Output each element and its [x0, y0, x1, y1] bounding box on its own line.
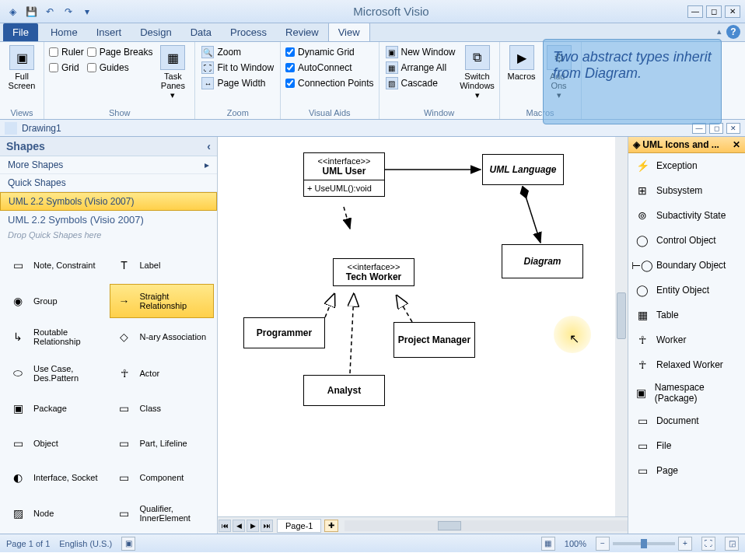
tab-design[interactable]: Design	[131, 23, 180, 41]
app-title: Microsoft Visio	[95, 5, 687, 18]
shape-label[interactable]: TLabel	[110, 249, 215, 282]
shape-routable-relationship[interactable]: ↳Routable Relationship	[3, 320, 108, 355]
ruler-checkbox[interactable]: Ruler	[49, 47, 84, 58]
shape-part-lifeline[interactable]: ▭Part, Lifeline	[110, 427, 215, 460]
view-mode-icon[interactable]: ▦	[541, 537, 555, 551]
shape-group[interactable]: ◉Group	[3, 284, 108, 319]
box-tech-worker[interactable]: <<interface>> Tech Worker	[333, 258, 414, 286]
shape-class[interactable]: ▭Class	[110, 392, 215, 425]
page-first-button[interactable]: ⏮	[219, 520, 231, 532]
pan-zoom-icon[interactable]: ◲	[725, 537, 739, 551]
zoom-thumb[interactable]	[641, 539, 647, 548]
icon-item-file[interactable]: ▭File	[628, 433, 745, 458]
arrange-all-button[interactable]: ▦Arrange All	[384, 61, 457, 75]
page-breaks-checkbox[interactable]: Page Breaks	[87, 47, 153, 58]
page-last-button[interactable]: ⏭	[261, 520, 273, 532]
cascade-button[interactable]: ▧Cascade	[384, 76, 457, 90]
page-width-button[interactable]: ↔Page Width	[200, 76, 275, 90]
shape-package[interactable]: ▣Package	[3, 392, 108, 425]
fit-window-button[interactable]: ⛶Fit to Window	[200, 61, 275, 75]
macros-button[interactable]: ▶ Macros	[505, 44, 539, 82]
close-button[interactable]: ✕	[725, 5, 740, 18]
zoom-level[interactable]: 100%	[565, 539, 586, 548]
shape-interface-socket[interactable]: ◐Interface, Socket	[3, 461, 108, 495]
canvas-vscroll[interactable]	[615, 137, 628, 516]
icon-item-namespace-package-[interactable]: ▣Namespace (Package)	[628, 377, 745, 408]
hscroll-thumb[interactable]	[438, 521, 461, 530]
vscroll-thumb[interactable]	[617, 292, 626, 339]
save-icon[interactable]: 💾	[23, 4, 39, 19]
box-uml-user[interactable]: <<interface>> UML User + UseUML():void	[303, 152, 385, 197]
shape-n-ary-association[interactable]: ◇N-ary Association	[110, 320, 215, 355]
icon-item-document[interactable]: ▭Document	[628, 408, 745, 433]
fit-page-icon[interactable]: ⛶	[701, 537, 715, 551]
connection-points-checkbox[interactable]: Connection Points	[285, 78, 373, 89]
page-next-button[interactable]: ▶	[247, 520, 259, 532]
box-project-manager[interactable]: Project Manager	[393, 322, 475, 358]
shape-object[interactable]: ▭Object	[3, 427, 108, 460]
guides-checkbox[interactable]: Guides	[87, 62, 153, 73]
panel-close-icon[interactable]: ✕	[733, 139, 740, 150]
tab-process[interactable]: Process	[221, 23, 276, 41]
icon-item-subactivity-state[interactable]: ⊚Subactivity State	[628, 203, 745, 228]
icon-item-subsystem[interactable]: ⊞Subsystem	[628, 178, 745, 203]
box-uml-language[interactable]: UML Language	[482, 154, 564, 185]
record-macro-icon[interactable]: ▣	[121, 537, 135, 551]
qat-dropdown-icon[interactable]: ▾	[79, 4, 95, 19]
quick-shapes-item[interactable]: Quick Shapes	[0, 174, 217, 192]
visio-icon[interactable]: ◈	[5, 4, 20, 19]
full-screen-button[interactable]: ▣ Full Screen	[5, 44, 39, 92]
shape-note-constraint[interactable]: ▭Note, Constraint	[3, 249, 108, 282]
shapes-collapse-icon[interactable]: ‹	[207, 140, 211, 152]
switch-windows-button[interactable]: ⧉ Switch Windows▾	[460, 44, 495, 102]
canvas-hscroll[interactable]	[345, 520, 628, 531]
zoom-slider[interactable]	[613, 542, 675, 545]
zoom-in-button[interactable]: +	[678, 537, 692, 551]
doc-close-button[interactable]: ✕	[726, 123, 740, 134]
icon-item-relaxed-worker[interactable]: ☥Relaxed Worker	[628, 352, 745, 377]
icon-item-boundary-object[interactable]: ⊢◯Boundary Object	[628, 253, 745, 278]
tab-data[interactable]: Data	[181, 23, 221, 41]
shape-qualifier-innerelement[interactable]: ▭Qualifier, InnerElement	[110, 496, 215, 531]
icon-item-worker[interactable]: ☥Worker	[628, 327, 745, 352]
box-diagram[interactable]: Diagram	[502, 244, 583, 278]
stencil-uml-symbols[interactable]: UML 2.2 Symbols (Visio 2007)	[0, 192, 217, 211]
maximize-button[interactable]: ◻	[706, 5, 722, 18]
shape-component[interactable]: ▭Component	[110, 461, 215, 495]
shape-node[interactable]: ▨Node	[3, 496, 108, 531]
tab-home[interactable]: Home	[41, 23, 87, 41]
zoom-button[interactable]: 🔍Zoom	[200, 45, 275, 59]
dynamic-grid-checkbox[interactable]: Dynamic Grid	[285, 47, 373, 58]
drawing-canvas[interactable]: <<interface>> UML User + UseUML():void U…	[218, 137, 615, 516]
page-prev-button[interactable]: ◀	[233, 520, 245, 532]
task-panes-button[interactable]: ▦ Task Panes▾	[156, 44, 190, 102]
shape-straight-relationship[interactable]: →Straight Relationship	[110, 284, 215, 319]
ribbon-toggle-icon[interactable]: ▴	[717, 26, 722, 37]
tab-file[interactable]: File	[3, 23, 38, 41]
icon-item-page[interactable]: ▭Page	[628, 458, 745, 483]
tab-view[interactable]: View	[328, 23, 370, 41]
more-shapes-item[interactable]: More Shapes▸	[0, 156, 217, 174]
shape-use-case-des-pattern[interactable]: ⬭Use Case, Des.Pattern	[3, 356, 108, 391]
zoom-out-button[interactable]: −	[596, 537, 610, 551]
group-views-label: Views	[5, 107, 39, 119]
page-tab-1[interactable]: Page-1	[277, 519, 321, 533]
shape-actor[interactable]: ☥Actor	[110, 356, 215, 391]
tab-review[interactable]: Review	[276, 23, 328, 41]
undo-icon[interactable]: ↶	[42, 4, 58, 19]
box-analyst[interactable]: Analyst	[303, 375, 385, 406]
minimize-button[interactable]: —	[687, 5, 703, 18]
icon-item-control-object[interactable]: ◯Control Object	[628, 228, 745, 253]
autoconnect-checkbox[interactable]: AutoConnect	[285, 62, 373, 73]
status-lang[interactable]: English (U.S.)	[59, 539, 112, 548]
box-programmer[interactable]: Programmer	[243, 317, 325, 348]
help-icon[interactable]: ?	[726, 25, 740, 39]
add-page-button[interactable]: ✚	[324, 520, 338, 532]
icon-item-exception[interactable]: ⚡Exception	[628, 153, 745, 178]
grid-checkbox[interactable]: Grid	[49, 62, 84, 73]
icon-item-table[interactable]: ▦Table	[628, 303, 745, 327]
redo-icon[interactable]: ↷	[61, 4, 76, 19]
tab-insert[interactable]: Insert	[87, 23, 131, 41]
icon-item-entity-object[interactable]: ◯Entity Object	[628, 278, 745, 303]
new-window-button[interactable]: ▣New Window	[384, 45, 457, 59]
